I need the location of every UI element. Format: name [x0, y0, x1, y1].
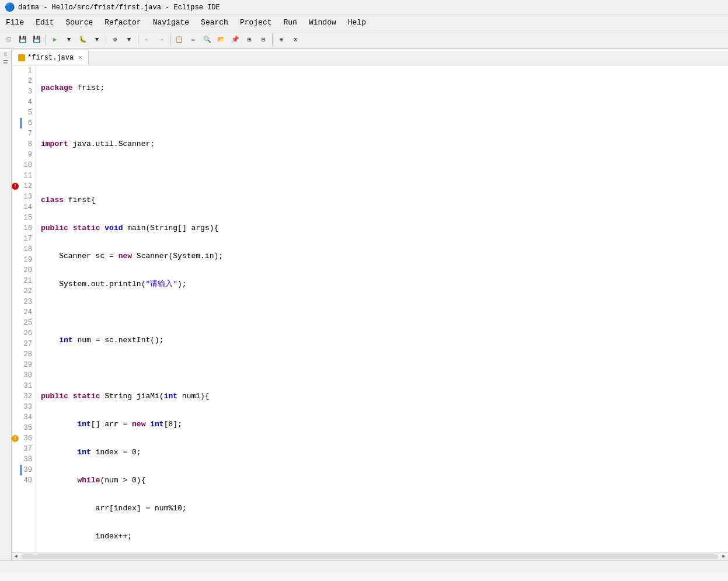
- line-num-24: 24: [12, 307, 36, 318]
- line-num-18: 18: [12, 244, 36, 255]
- build-dropdown[interactable]: ▼: [123, 33, 135, 46]
- menu-edit[interactable]: Edit: [30, 16, 60, 29]
- code-line-9: [41, 307, 728, 318]
- code-line-17: index++;: [41, 531, 728, 542]
- line-num-23: 23: [12, 297, 36, 307]
- toolbar-sep-3: [138, 34, 138, 45]
- menu-source[interactable]: Source: [60, 16, 99, 29]
- line-num-13: 13: [12, 192, 36, 202]
- line-num-39: 39: [12, 465, 36, 475]
- scroll-track[interactable]: [21, 554, 719, 559]
- line-num-25: 25: [12, 318, 36, 328]
- error-dot-12: !: [12, 183, 19, 190]
- save-button[interactable]: 💾: [16, 33, 29, 46]
- editor-tab-first-java[interactable]: *first.java ×: [12, 50, 89, 65]
- left-gutter-icon-2[interactable]: ☰: [3, 59, 8, 66]
- debug-dropdown[interactable]: ▼: [90, 33, 103, 46]
- toolbar-btn-4[interactable]: 📂: [215, 33, 228, 46]
- line-num-37: 37: [12, 444, 36, 454]
- line-num-36: !36: [12, 433, 36, 444]
- line-num-30: 30: [12, 370, 36, 381]
- tab-bar: *first.java ×: [12, 49, 728, 65]
- code-editor[interactable]: 1 2 3 4 5 6 7 8 9 10 11 !12 13 14 15 16: [12, 65, 728, 552]
- toolbar-btn-1[interactable]: 📋: [173, 33, 186, 46]
- tab-label: *first.java: [27, 54, 74, 62]
- line-num-2: 2: [12, 76, 36, 86]
- menu-refactor[interactable]: Refactor: [99, 16, 147, 29]
- line-num-35: 35: [12, 423, 36, 433]
- toolbar-btn-9[interactable]: ⊗: [289, 33, 302, 46]
- code-line-2: [41, 111, 728, 121]
- line-num-38: 38: [12, 454, 36, 465]
- line-num-10: 10: [12, 160, 36, 171]
- line-num-17: 17: [12, 234, 36, 244]
- line-num-21: 21: [12, 276, 36, 286]
- next-edit-button[interactable]: →: [155, 33, 168, 46]
- scroll-left-arrow[interactable]: ◀: [12, 552, 20, 561]
- tab-close-button[interactable]: ×: [78, 54, 82, 61]
- editor-container: *first.java × 1 2 3 4 5 6 7 8 9 10 11: [12, 49, 728, 560]
- code-line-4: [41, 167, 728, 178]
- menu-project[interactable]: Project: [234, 16, 278, 29]
- line-num-34: 34: [12, 412, 36, 423]
- run-dropdown[interactable]: ▼: [62, 33, 75, 46]
- app-icon: 🔵: [5, 2, 15, 12]
- save-all-button[interactable]: 💾: [30, 33, 43, 46]
- line-num-5: 5: [12, 107, 36, 118]
- status-bar: [0, 560, 728, 573]
- line-num-4: 4: [12, 97, 36, 107]
- toolbar-btn-2[interactable]: ✏: [187, 33, 200, 46]
- line-num-40: 40: [12, 475, 36, 486]
- menu-bar: File Edit Source Refactor Navigate Searc…: [0, 15, 728, 30]
- code-line-3: import java.util.Scanner;: [41, 139, 728, 149]
- line-num-16: 16: [12, 223, 36, 234]
- window-title: daima - Hello/src/frist/first.java - Ecl…: [18, 4, 220, 12]
- main-layout: ≡ ☰ *first.java × 1 2 3 4 5 6: [0, 49, 728, 560]
- code-line-12: public static String jiaMi(int num1){: [41, 391, 728, 402]
- toolbar-btn-5[interactable]: 📌: [229, 33, 242, 46]
- code-line-14: int index = 0;: [41, 447, 728, 458]
- menu-window[interactable]: Window: [303, 16, 342, 29]
- code-line-13: int[] arr = new int[8];: [41, 419, 728, 430]
- toolbar-sep-1: [46, 34, 46, 45]
- line-num-1: 1: [12, 65, 36, 76]
- toolbar-btn-8[interactable]: ⊕: [275, 33, 288, 46]
- toolbar: □ 💾 💾 ▶ ▼ 🐛 ▼ ⚙ ▼ ← → 📋 ✏ 🔍 📂 📌 ⊞ ⊟ ⊕ ⊗: [0, 30, 728, 49]
- toolbar-sep-4: [170, 34, 170, 45]
- line-num-7: 7: [12, 128, 36, 139]
- new-button[interactable]: □: [2, 33, 15, 46]
- line-num-12: !12: [12, 181, 36, 192]
- left-gutter-icon-1[interactable]: ≡: [4, 51, 7, 58]
- toolbar-sep-2: [106, 34, 106, 45]
- menu-run[interactable]: Run: [278, 16, 303, 29]
- build-button[interactable]: ⚙: [109, 33, 121, 46]
- bottom-scrollbar[interactable]: ◀ ▶: [12, 552, 728, 560]
- line-num-11: 11: [12, 171, 36, 181]
- line-num-20: 20: [12, 265, 36, 276]
- toolbar-btn-6[interactable]: ⊞: [243, 33, 256, 46]
- toolbar-btn-7[interactable]: ⊟: [257, 33, 270, 46]
- line-num-6: 6: [12, 118, 36, 128]
- prev-edit-button[interactable]: ←: [141, 33, 154, 46]
- line-num-29: 29: [12, 360, 36, 370]
- menu-file[interactable]: File: [0, 16, 30, 29]
- warn-dot-36: !: [12, 435, 19, 442]
- left-gutter: ≡ ☰: [0, 49, 12, 560]
- line-num-31: 31: [12, 381, 36, 391]
- run-button[interactable]: ▶: [48, 33, 61, 46]
- line-numbers: 1 2 3 4 5 6 7 8 9 10 11 !12 13 14 15 16: [12, 65, 36, 552]
- code-line-15: while(num > 0){: [41, 475, 728, 486]
- scroll-right-arrow[interactable]: ▶: [720, 552, 728, 561]
- debug-button[interactable]: 🐛: [76, 33, 89, 46]
- menu-help[interactable]: Help: [342, 16, 372, 29]
- code-line-6: public static void main(String[] args){: [41, 223, 728, 234]
- code-line-7: Scanner sc = new Scanner(System.in);: [41, 251, 728, 262]
- toolbar-btn-3[interactable]: 🔍: [201, 33, 214, 46]
- menu-search[interactable]: Search: [195, 16, 234, 29]
- menu-navigate[interactable]: Navigate: [147, 16, 195, 29]
- line-num-8: 8: [12, 139, 36, 149]
- line-num-9: 9: [12, 149, 36, 160]
- java-file-icon: [18, 54, 25, 61]
- code-line-1: package frist;: [41, 83, 728, 93]
- code-content[interactable]: package frist; import java.util.Scanner;…: [36, 65, 728, 552]
